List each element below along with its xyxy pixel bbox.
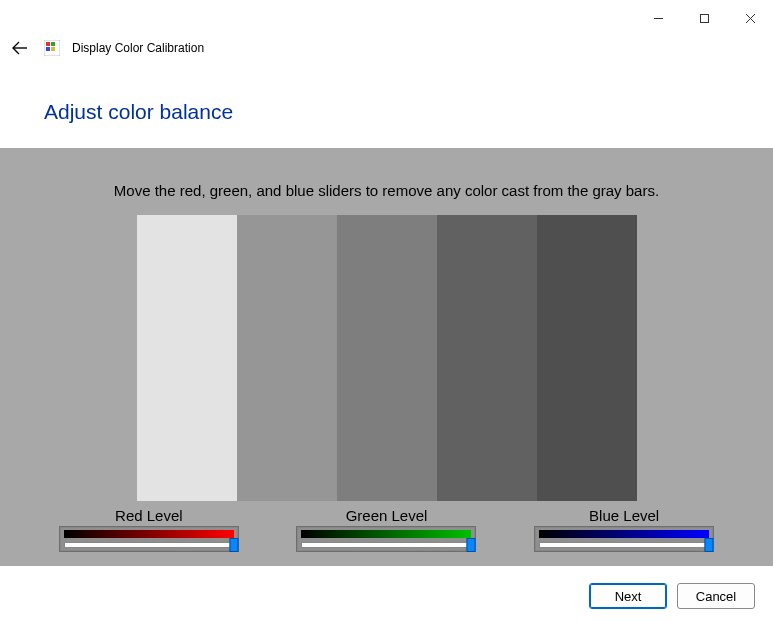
red-slider[interactable] <box>59 526 239 552</box>
footer: Next Cancel <box>0 572 773 620</box>
blue-slider-block: Blue Level <box>534 507 714 552</box>
instruction-text: Move the red, green, and blue sliders to… <box>0 182 773 199</box>
green-slider-block: Green Level <box>296 507 476 552</box>
svg-rect-9 <box>51 47 55 51</box>
cancel-button[interactable]: Cancel <box>677 583 755 609</box>
app-icon <box>44 40 60 56</box>
window-titlebar <box>0 0 773 32</box>
gray-bar-1 <box>137 215 237 501</box>
svg-rect-8 <box>46 47 50 51</box>
gray-bar-2 <box>237 215 337 501</box>
app-title: Display Color Calibration <box>72 41 204 55</box>
red-gradient-icon <box>64 530 234 538</box>
back-button[interactable] <box>8 36 32 60</box>
sliders-row: Red Level Green Level Blue Level <box>0 507 773 552</box>
blue-slider[interactable] <box>534 526 714 552</box>
red-slider-thumb[interactable] <box>229 538 238 552</box>
red-slider-block: Red Level <box>59 507 239 552</box>
svg-rect-7 <box>51 42 55 46</box>
next-button[interactable]: Next <box>589 583 667 609</box>
green-gradient-icon <box>301 530 471 538</box>
blue-slider-track <box>539 542 709 548</box>
gray-bar-3 <box>337 215 437 501</box>
maximize-button[interactable] <box>681 4 727 32</box>
blue-gradient-icon <box>539 530 709 538</box>
green-slider-track <box>301 542 471 548</box>
page-heading: Adjust color balance <box>0 64 773 148</box>
green-slider-label: Green Level <box>296 507 476 524</box>
green-slider-thumb[interactable] <box>467 538 476 552</box>
blue-slider-thumb[interactable] <box>705 538 714 552</box>
blue-slider-label: Blue Level <box>534 507 714 524</box>
green-slider[interactable] <box>296 526 476 552</box>
svg-rect-1 <box>700 14 708 22</box>
close-button[interactable] <box>727 4 773 32</box>
gray-bar-5 <box>537 215 637 501</box>
gray-bar-4 <box>437 215 537 501</box>
gray-bars <box>0 215 773 501</box>
red-slider-track <box>64 542 234 548</box>
red-slider-label: Red Level <box>59 507 239 524</box>
calibration-panel: Move the red, green, and blue sliders to… <box>0 148 773 566</box>
minimize-button[interactable] <box>635 4 681 32</box>
svg-rect-6 <box>46 42 50 46</box>
header-row: Display Color Calibration <box>0 32 773 64</box>
